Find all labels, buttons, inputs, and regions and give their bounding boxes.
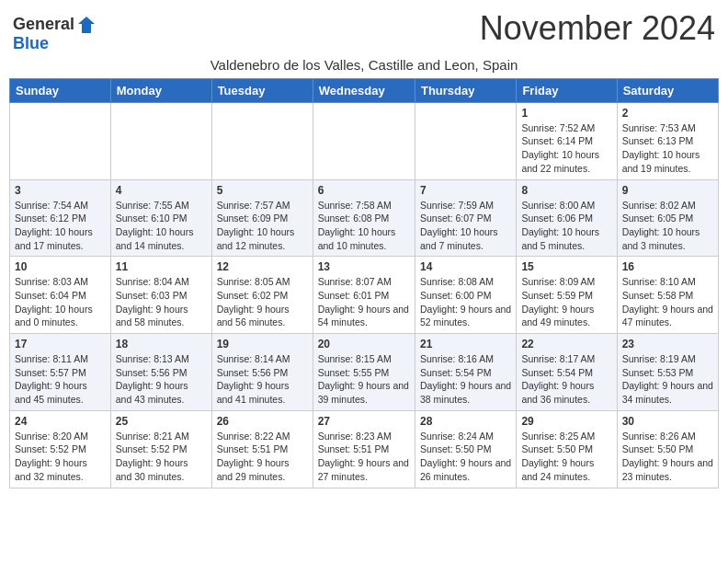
weekday-header: Tuesday <box>211 78 313 102</box>
svg-marker-0 <box>78 17 95 33</box>
calendar-cell: 3Sunrise: 7:54 AM Sunset: 6:12 PM Daylig… <box>10 179 111 257</box>
day-number: 11 <box>116 260 207 273</box>
day-info: Sunrise: 8:15 AM Sunset: 5:55 PM Dayligh… <box>318 352 410 407</box>
day-info: Sunrise: 7:53 AM Sunset: 6:13 PM Dayligh… <box>622 121 713 176</box>
calendar-week-row: 10Sunrise: 8:03 AM Sunset: 6:04 PM Dayli… <box>10 257 719 334</box>
day-number: 4 <box>116 184 207 197</box>
calendar-cell: 23Sunrise: 8:19 AM Sunset: 5:53 PM Dayli… <box>617 334 718 411</box>
calendar-cell: 4Sunrise: 7:55 AM Sunset: 6:10 PM Daylig… <box>110 179 211 257</box>
day-number: 9 <box>622 184 713 197</box>
calendar-cell: 15Sunrise: 8:09 AM Sunset: 5:59 PM Dayli… <box>517 257 617 334</box>
weekday-header: Sunday <box>10 78 111 102</box>
calendar-cell <box>211 102 313 179</box>
day-info: Sunrise: 7:55 AM Sunset: 6:10 PM Dayligh… <box>116 199 207 253</box>
day-number: 1 <box>521 107 611 120</box>
calendar-cell: 27Sunrise: 8:23 AM Sunset: 5:51 PM Dayli… <box>313 410 415 488</box>
day-info: Sunrise: 8:11 AM Sunset: 5:57 PM Dayligh… <box>15 352 106 407</box>
calendar-cell: 24Sunrise: 8:20 AM Sunset: 5:52 PM Dayli… <box>10 410 111 488</box>
day-info: Sunrise: 8:20 AM Sunset: 5:52 PM Dayligh… <box>15 430 106 484</box>
day-number: 7 <box>420 184 511 197</box>
calendar-header-row: SundayMondayTuesdayWednesdayThursdayFrid… <box>10 78 719 102</box>
day-info: Sunrise: 7:57 AM Sunset: 6:09 PM Dayligh… <box>217 199 308 253</box>
day-info: Sunrise: 8:14 AM Sunset: 5:56 PM Dayligh… <box>217 352 308 407</box>
day-info: Sunrise: 8:02 AM Sunset: 6:05 PM Dayligh… <box>622 199 713 253</box>
calendar-table: SundayMondayTuesdayWednesdayThursdayFrid… <box>9 78 719 488</box>
day-info: Sunrise: 7:54 AM Sunset: 6:12 PM Dayligh… <box>15 199 106 253</box>
day-info: Sunrise: 7:58 AM Sunset: 6:08 PM Dayligh… <box>318 199 410 253</box>
calendar-cell: 29Sunrise: 8:25 AM Sunset: 5:50 PM Dayli… <box>517 410 617 488</box>
logo: General Blue <box>13 15 97 53</box>
day-number: 23 <box>622 338 713 350</box>
day-number: 13 <box>318 260 410 273</box>
calendar-cell: 21Sunrise: 8:16 AM Sunset: 5:54 PM Dayli… <box>415 334 516 411</box>
calendar-cell: 11Sunrise: 8:04 AM Sunset: 6:03 PM Dayli… <box>110 257 211 334</box>
day-info: Sunrise: 8:25 AM Sunset: 5:50 PM Dayligh… <box>521 430 611 484</box>
day-info: Sunrise: 8:05 AM Sunset: 6:02 PM Dayligh… <box>217 275 308 329</box>
day-info: Sunrise: 8:13 AM Sunset: 5:56 PM Dayligh… <box>116 352 207 407</box>
day-number: 3 <box>15 184 106 197</box>
calendar-cell: 5Sunrise: 7:57 AM Sunset: 6:09 PM Daylig… <box>211 179 313 257</box>
calendar-cell: 19Sunrise: 8:14 AM Sunset: 5:56 PM Dayli… <box>211 334 313 411</box>
day-info: Sunrise: 8:19 AM Sunset: 5:53 PM Dayligh… <box>622 352 713 407</box>
day-info: Sunrise: 8:03 AM Sunset: 6:04 PM Dayligh… <box>15 275 106 329</box>
calendar-cell: 26Sunrise: 8:22 AM Sunset: 5:51 PM Dayli… <box>211 410 313 488</box>
calendar-cell: 6Sunrise: 7:58 AM Sunset: 6:08 PM Daylig… <box>313 179 415 257</box>
day-info: Sunrise: 8:07 AM Sunset: 6:01 PM Dayligh… <box>318 275 410 329</box>
day-number: 14 <box>420 260 511 273</box>
month-title: November 2024 <box>480 9 715 48</box>
day-number: 24 <box>15 415 106 428</box>
day-number: 2 <box>622 107 713 120</box>
calendar-cell: 9Sunrise: 8:02 AM Sunset: 6:05 PM Daylig… <box>617 179 718 257</box>
day-number: 12 <box>217 260 308 273</box>
day-info: Sunrise: 8:24 AM Sunset: 5:50 PM Dayligh… <box>420 430 511 484</box>
calendar-cell: 8Sunrise: 8:00 AM Sunset: 6:06 PM Daylig… <box>517 179 617 257</box>
page-header: General Blue November 2024 <box>9 9 719 53</box>
calendar-week-row: 3Sunrise: 7:54 AM Sunset: 6:12 PM Daylig… <box>10 179 719 257</box>
day-number: 10 <box>15 260 106 273</box>
day-number: 16 <box>622 260 713 273</box>
day-number: 22 <box>521 338 611 350</box>
day-number: 5 <box>217 184 308 197</box>
day-number: 29 <box>521 415 611 428</box>
day-info: Sunrise: 8:17 AM Sunset: 5:54 PM Dayligh… <box>521 352 611 407</box>
day-number: 25 <box>116 415 207 428</box>
weekday-header: Friday <box>517 78 617 102</box>
calendar-cell: 25Sunrise: 8:21 AM Sunset: 5:52 PM Dayli… <box>110 410 211 488</box>
weekday-header: Monday <box>110 78 211 102</box>
calendar-cell: 12Sunrise: 8:05 AM Sunset: 6:02 PM Dayli… <box>211 257 313 334</box>
calendar-cell: 10Sunrise: 8:03 AM Sunset: 6:04 PM Dayli… <box>10 257 111 334</box>
calendar-cell: 2Sunrise: 7:53 AM Sunset: 6:13 PM Daylig… <box>617 102 718 179</box>
day-number: 26 <box>217 415 308 428</box>
calendar-cell <box>313 102 415 179</box>
calendar-cell: 1Sunrise: 7:52 AM Sunset: 6:14 PM Daylig… <box>517 102 617 179</box>
day-info: Sunrise: 8:00 AM Sunset: 6:06 PM Dayligh… <box>521 199 611 253</box>
calendar-cell: 20Sunrise: 8:15 AM Sunset: 5:55 PM Dayli… <box>313 334 415 411</box>
weekday-header: Thursday <box>415 78 516 102</box>
day-number: 28 <box>420 415 511 428</box>
calendar-week-row: 24Sunrise: 8:20 AM Sunset: 5:52 PM Dayli… <box>10 410 719 488</box>
calendar-cell: 13Sunrise: 8:07 AM Sunset: 6:01 PM Dayli… <box>313 257 415 334</box>
weekday-header: Saturday <box>617 78 718 102</box>
day-info: Sunrise: 8:09 AM Sunset: 5:59 PM Dayligh… <box>521 275 611 329</box>
day-info: Sunrise: 8:08 AM Sunset: 6:00 PM Dayligh… <box>420 275 511 329</box>
logo-icon <box>76 15 97 35</box>
calendar-cell: 18Sunrise: 8:13 AM Sunset: 5:56 PM Dayli… <box>110 334 211 411</box>
calendar-cell: 14Sunrise: 8:08 AM Sunset: 6:00 PM Dayli… <box>415 257 516 334</box>
calendar-cell: 22Sunrise: 8:17 AM Sunset: 5:54 PM Dayli… <box>517 334 617 411</box>
calendar-week-row: 17Sunrise: 8:11 AM Sunset: 5:57 PM Dayli… <box>10 334 719 411</box>
day-number: 19 <box>217 338 308 350</box>
weekday-header: Wednesday <box>313 78 415 102</box>
subtitle: Valdenebro de los Valles, Castille and L… <box>9 57 719 73</box>
calendar-cell <box>110 102 211 179</box>
calendar-cell: 30Sunrise: 8:26 AM Sunset: 5:50 PM Dayli… <box>617 410 718 488</box>
day-info: Sunrise: 8:10 AM Sunset: 5:58 PM Dayligh… <box>622 275 713 329</box>
calendar-cell <box>415 102 516 179</box>
day-number: 30 <box>622 415 713 428</box>
calendar-cell <box>10 102 111 179</box>
day-info: Sunrise: 8:26 AM Sunset: 5:50 PM Dayligh… <box>622 430 713 484</box>
logo-general-text: General <box>13 16 74 34</box>
day-info: Sunrise: 7:52 AM Sunset: 6:14 PM Dayligh… <box>521 121 611 176</box>
day-number: 8 <box>521 184 611 197</box>
day-number: 6 <box>318 184 410 197</box>
day-info: Sunrise: 8:22 AM Sunset: 5:51 PM Dayligh… <box>217 430 308 484</box>
